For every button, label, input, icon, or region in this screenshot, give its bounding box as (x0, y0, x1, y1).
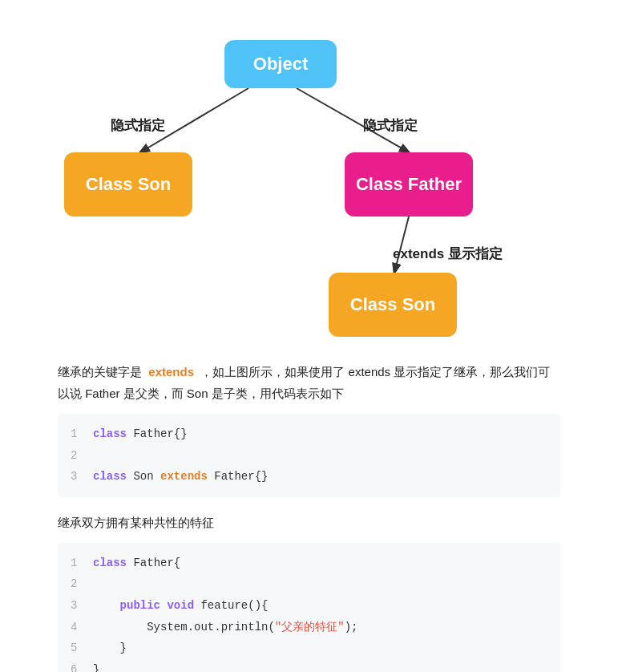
code-line: 2 (71, 445, 547, 467)
son-left-box: Class Son (64, 152, 192, 217)
son-bottom-box: Class Son (329, 273, 457, 337)
content-section: 继承的关键字是 extends ，如上图所示，如果使用了 extends 显示指… (0, 361, 618, 672)
code-block-1: 1 class Father{} 2 3 class Son extends F… (58, 414, 560, 497)
object-box: Object (224, 40, 337, 88)
extends-keyword-1: extends (148, 365, 194, 379)
code-line: 4 System.out.println("父亲的特征"); (71, 617, 547, 638)
father-box: Class Father (345, 152, 473, 217)
code-line: 5 } (71, 638, 547, 659)
code-line: 1 class Father{} (71, 423, 547, 445)
code-line: 3 public void feature(){ (71, 595, 547, 617)
paragraph-1: 继承的关键字是 extends ，如上图所示，如果使用了 extends 显示指… (58, 361, 560, 404)
implicit-label-right: 隐式指定 (363, 116, 418, 135)
code-line: 2 (71, 573, 547, 595)
extends-label: extends 显示指定 (393, 245, 503, 263)
code-line: 1 class Father{ (71, 553, 547, 574)
paragraph-2: 继承双方拥有某种共性的特征 (58, 512, 560, 533)
diagram: Object Class Son Class Father Class Son … (0, 16, 618, 353)
code-line: 6 } (71, 659, 547, 672)
implicit-label-left: 隐式指定 (111, 116, 165, 135)
code-line: 3 class Son extends Father{} (71, 466, 547, 488)
code-block-2: 1 class Father{ 2 3 public void feature(… (58, 543, 560, 672)
